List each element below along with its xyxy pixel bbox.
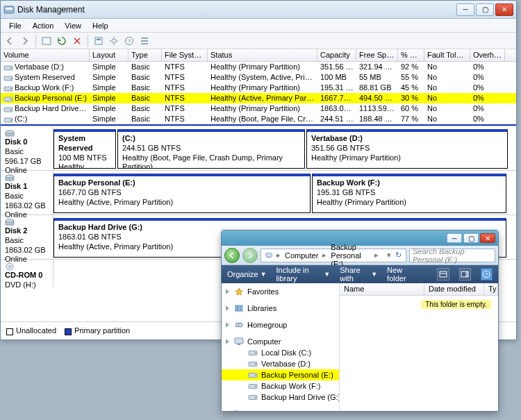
refresh-icon[interactable] — [56, 35, 68, 47]
disk-mgmt-icon — [3, 4, 15, 15]
disk-info[interactable]: Disk 0Basic596.17 GBOnline — [1, 126, 53, 170]
col-volume[interactable]: Volume — [1, 49, 90, 61]
list-icon[interactable] — [138, 35, 151, 47]
col-pct-free[interactable]: % Free — [398, 49, 424, 61]
volume-row[interactable]: Backup Work (F:)SimpleBasicNTFSHealthy (… — [1, 83, 516, 93]
search-input[interactable]: Search Backup Personal (E:) — [409, 249, 495, 262]
disk-info[interactable]: Disk 1Basic1863.02 GBOnline — [1, 171, 53, 215]
svg-rect-36 — [238, 305, 240, 311]
chevron-right-icon: ▸ — [275, 251, 282, 260]
help-button[interactable]: ? — [481, 268, 493, 280]
network-icon — [234, 410, 244, 411]
forward-icon[interactable] — [19, 35, 31, 47]
explorer-close-button[interactable]: ✕ — [480, 233, 495, 243]
refresh-icon[interactable]: ↻ — [394, 251, 403, 260]
cmd-include-library[interactable]: Include in library ▼ — [276, 266, 331, 283]
breadcrumb[interactable]: ▸ Computer ▸ Backup Personal (E:) ▸ ▾ ↻ — [260, 249, 406, 262]
maximize-button[interactable]: ▢ — [476, 3, 494, 16]
minimize-button[interactable]: ─ — [456, 3, 474, 16]
svg-rect-29 — [268, 257, 270, 258]
libraries-icon — [234, 304, 244, 312]
svg-point-15 — [10, 99, 12, 100]
delete-icon[interactable] — [71, 35, 83, 47]
titlebar[interactable]: Disk Management ─ ▢ ✕ — [1, 1, 516, 19]
col-type[interactable]: Type — [129, 49, 162, 61]
svg-rect-2 — [42, 37, 51, 44]
col-status[interactable]: Status — [208, 49, 317, 61]
partition[interactable]: System Reserved100 MB NTFSHealthy (Syste… — [53, 129, 116, 169]
col-free-space[interactable]: Free Space — [356, 49, 398, 61]
nav-computer[interactable]: Computer — [222, 336, 339, 347]
svg-rect-3 — [95, 37, 102, 44]
col-capacity[interactable]: Capacity — [317, 49, 356, 61]
nav-network[interactable]: Network — [222, 408, 339, 411]
menu-help[interactable]: Help — [87, 20, 114, 31]
breadcrumb-computer[interactable]: Computer — [283, 251, 320, 260]
help-icon[interactable]: ? — [123, 35, 135, 47]
explorer-file-list[interactable]: Name Date modified Ty This folder is emp… — [340, 283, 498, 411]
back-icon[interactable] — [3, 35, 16, 47]
svg-text:?: ? — [485, 271, 488, 278]
search-placeholder: Search Backup Personal (E:) — [413, 247, 492, 264]
menu-file[interactable]: File — [3, 20, 27, 31]
volume-row[interactable]: (C:)SimpleBasicNTFSHealthy (Boot, Page F… — [1, 114, 516, 124]
cmd-share-with[interactable]: Share with ▼ — [340, 266, 377, 283]
volume-table: Volume Layout Type File System Status Ca… — [1, 49, 516, 126]
legend-primary-label: Primary partition — [74, 326, 130, 335]
svg-rect-41 — [238, 344, 240, 345]
col-fault[interactable]: Fault Toleran… — [424, 49, 470, 61]
nav-favorites[interactable]: Favorites — [222, 286, 339, 297]
properties-icon[interactable] — [92, 35, 105, 47]
nav-drive-item[interactable]: Backup Personal (E:) — [222, 369, 339, 380]
drive-icon — [3, 85, 13, 92]
svg-rect-28 — [266, 253, 272, 257]
nav-homegroup[interactable]: Homegroup — [222, 319, 339, 330]
col-layout[interactable]: Layout — [90, 49, 129, 61]
explorer-maximize-button[interactable]: ▢ — [463, 233, 479, 243]
volume-row[interactable]: Backup Hard Drive (G:)SimpleBasicNTFSHea… — [1, 103, 516, 114]
view-options-button[interactable] — [437, 268, 449, 280]
svg-point-17 — [10, 109, 12, 110]
cmd-organize[interactable]: Organize ▼ — [227, 270, 267, 278]
settings-icon[interactable] — [108, 35, 120, 47]
close-button[interactable]: ✕ — [495, 3, 513, 16]
partition[interactable]: Backup Personal (E:)1667.70 GB NTFSHealt… — [53, 174, 311, 213]
nav-back-button[interactable] — [224, 248, 240, 263]
disk-info[interactable]: Disk 2Basic1863.02 GBOnline — [1, 215, 53, 259]
drive-icon — [248, 393, 258, 401]
nav-drive-item[interactable]: Vertabase (D:) — [222, 358, 339, 369]
svg-rect-4 — [97, 39, 101, 40]
explorer-minimize-button[interactable]: ─ — [447, 233, 462, 243]
disk-info[interactable]: CD-ROM 0DVD (H:) — [1, 260, 53, 287]
toolbar: ? — [1, 33, 516, 49]
toolbar-icon-1[interactable] — [40, 35, 53, 47]
nav-drive-item[interactable]: Backup Work (F:) — [222, 380, 339, 392]
volume-header-row: Volume Layout Type File System Status Ca… — [1, 49, 516, 62]
volume-row[interactable]: Backup Personal (E:)SimpleBasicNTFSHealt… — [1, 93, 516, 103]
partition[interactable]: Vertabase (D:)351.56 GB NTFSHealthy (Pri… — [306, 129, 508, 169]
cmd-new-folder[interactable]: New folder — [387, 266, 417, 283]
svg-rect-32 — [465, 271, 468, 277]
nav-drive-item[interactable]: Backup Hard Drive (G:) — [222, 392, 339, 403]
menu-action[interactable]: Action — [27, 20, 60, 31]
computer-icon — [234, 337, 244, 346]
nav-libraries[interactable]: Libraries — [222, 303, 339, 314]
nav-forward-button[interactable] — [242, 248, 258, 263]
volume-row[interactable]: Vertabase (D:)SimpleBasicNTFSHealthy (Pr… — [1, 62, 516, 72]
window-title: Disk Management — [17, 5, 456, 15]
breadcrumb-current[interactable]: Backup Personal (E:) — [329, 243, 372, 268]
menu-view[interactable]: View — [59, 20, 87, 31]
partition[interactable]: (C:)244.51 GB NTFSHealthy (Boot, Page Fi… — [117, 129, 305, 169]
nav-drive-item[interactable]: Local Disk (C:) — [222, 347, 339, 358]
col-overhead[interactable]: Overhead — [470, 49, 505, 61]
file-col-date[interactable]: Date modified — [424, 283, 484, 295]
partition[interactable]: Backup Work (F:)195.31 GB NTFSHealthy (P… — [312, 174, 506, 213]
file-col-type[interactable]: Ty — [484, 283, 498, 295]
preview-pane-button[interactable] — [459, 268, 471, 280]
file-col-name[interactable]: Name — [340, 283, 424, 295]
disk-row: Disk 0Basic596.17 GBOnlineSystem Reserve… — [1, 126, 516, 170]
volume-row[interactable]: System ReservedSimpleBasicNTFSHealthy (S… — [1, 72, 516, 83]
nav-homegroup-label: Homegroup — [247, 321, 287, 329]
col-file-system[interactable]: File System — [162, 49, 208, 61]
chevron-down-icon[interactable]: ▾ — [386, 251, 392, 260]
